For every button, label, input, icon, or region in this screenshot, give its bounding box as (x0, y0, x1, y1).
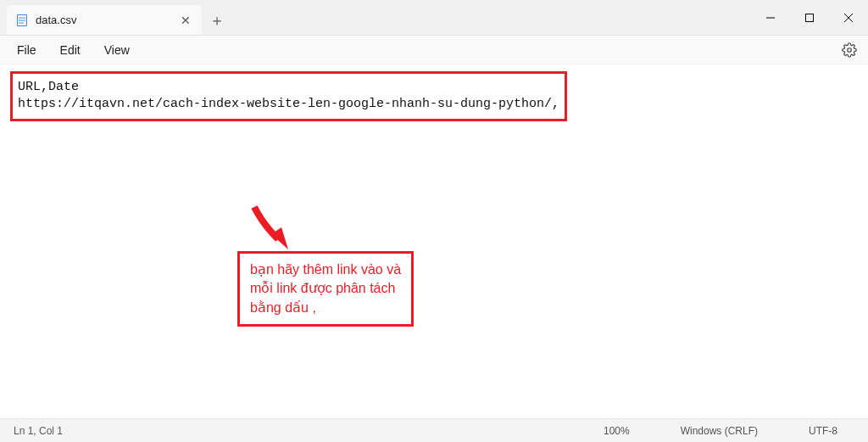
maximize-button[interactable] (790, 0, 829, 35)
menubar: File Edit View (0, 36, 868, 64)
minimize-button[interactable] (751, 0, 790, 35)
new-tab-button[interactable]: ＋ (202, 5, 232, 35)
close-window-button[interactable] (829, 0, 868, 35)
titlebar: data.csv ✕ ＋ (0, 0, 868, 36)
status-encoding[interactable]: UTF-8 (809, 425, 837, 437)
file-content[interactable]: URL,Date https://itqavn.net/cach-index-w… (18, 79, 559, 114)
callout-line-3: bằng dấu , (250, 299, 401, 317)
svg-point-9 (848, 48, 852, 52)
notepad-icon (15, 14, 29, 27)
menu-view[interactable]: View (94, 40, 140, 60)
annotation-arrow-icon (246, 199, 297, 249)
statusbar: Ln 1, Col 1 100% Windows (CRLF) UTF-8 (0, 418, 868, 442)
menu-file[interactable]: File (7, 40, 47, 60)
close-tab-button[interactable]: ✕ (178, 13, 193, 28)
file-line-2: https://itqavn.net/cach-index-website-le… (18, 97, 559, 111)
annotation-callout: bạn hãy thêm link vào và mỗi link được p… (237, 251, 414, 327)
tab[interactable]: data.csv ✕ (7, 5, 202, 35)
callout-line-1: bạn hãy thêm link vào và (250, 260, 401, 279)
callout-line-2: mỗi link được phân tách (250, 279, 401, 298)
annotation-highlight-box: URL,Date https://itqavn.net/cach-index-w… (10, 71, 567, 121)
status-zoom[interactable]: 100% (604, 425, 630, 437)
svg-rect-6 (806, 14, 814, 21)
status-position: Ln 1, Col 1 (14, 425, 604, 437)
editor-area[interactable]: URL,Date https://itqavn.net/cach-index-w… (0, 64, 868, 418)
menu-edit[interactable]: Edit (50, 40, 91, 60)
svg-marker-11 (271, 227, 288, 249)
settings-button[interactable] (837, 38, 861, 62)
tab-title: data.csv (36, 14, 171, 26)
window-controls (751, 0, 868, 35)
file-line-1: URL,Date (18, 80, 79, 94)
status-line-ending[interactable]: Windows (CRLF) (681, 425, 758, 437)
